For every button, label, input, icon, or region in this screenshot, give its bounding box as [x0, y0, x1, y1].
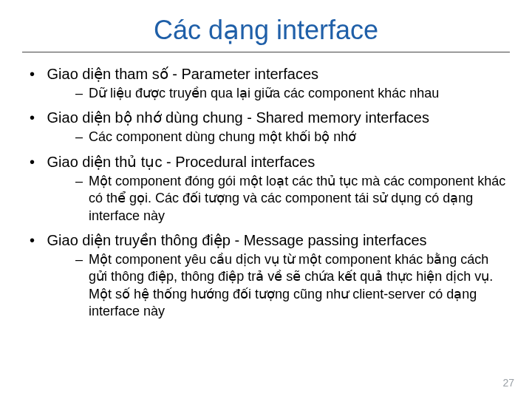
sub-list-item: Các component dùng chung một khối bộ nhớ [43, 129, 510, 146]
sub-list-item: Một component đóng gói một loạt các thủ … [43, 173, 510, 225]
title-divider [22, 52, 510, 52]
sub-list: Các component dùng chung một khối bộ nhớ [43, 129, 510, 146]
list-item: Giao diện truyền thông điệp - Message pa… [22, 231, 510, 321]
bullet-text: Giao diện bộ nhớ dùng chung - Shared mem… [47, 109, 429, 126]
bullet-text: Giao diện tham số - Parameter interfaces [47, 66, 318, 82]
sub-list: Một component yêu cầu dịch vụ từ một com… [43, 251, 510, 321]
list-item: Giao diện bộ nhớ dùng chung - Shared mem… [22, 108, 510, 146]
slide: Các dạng interface Giao diện tham số - P… [0, 0, 532, 399]
sub-list: Dữ liệu được truyền qua lại giữa các com… [43, 85, 510, 102]
list-item: Giao diện tham số - Parameter interfaces… [22, 64, 510, 102]
page-number: 27 [502, 377, 514, 389]
sub-list: Một component đóng gói một loạt các thủ … [43, 173, 510, 225]
list-item: Giao diện thủ tục - Procedural interface… [22, 152, 510, 225]
bullet-text: Giao diện truyền thông điệp - Message pa… [47, 232, 427, 248]
sub-list-item: Dữ liệu được truyền qua lại giữa các com… [43, 85, 510, 102]
sub-list-item: Một component yêu cầu dịch vụ từ một com… [43, 251, 510, 321]
bullet-list: Giao diện tham số - Parameter interfaces… [22, 64, 510, 321]
bullet-text: Giao diện thủ tục - Procedural interface… [47, 154, 316, 170]
slide-title: Các dạng interface [22, 15, 510, 46]
